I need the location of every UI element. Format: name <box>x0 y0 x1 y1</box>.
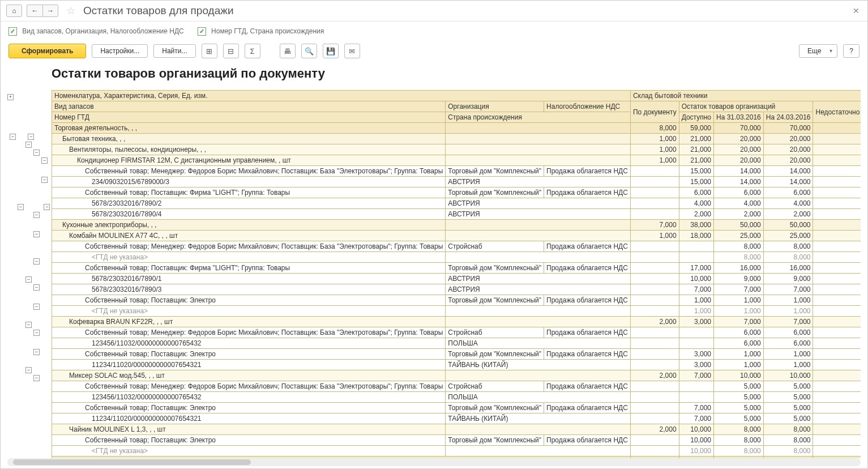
table-row[interactable]: 5678/23032016/7890/2АВСТРИЯ4,0004,0004,0… <box>52 198 861 209</box>
header-short: Недостаточно <box>813 101 861 123</box>
tree-toggle[interactable]: − <box>33 212 40 218</box>
header-tax: Налогообложение НДС <box>544 101 631 112</box>
help-button[interactable]: ? <box>843 44 860 58</box>
header-type: Вид запасов <box>52 101 446 112</box>
tree-toggle[interactable]: − <box>33 349 40 355</box>
page-title: Остатки товаров для продажи <box>83 5 234 17</box>
table-row[interactable]: <ГТД не указана>10,0008,0008,00013.04.20… <box>52 446 861 457</box>
filter-left-label: Вид запасов, Организация, Налогообложени… <box>22 27 183 35</box>
table-row[interactable]: 5678/23032016/7890/4АВСТРИЯ2,0002,0002,0… <box>52 209 861 220</box>
tree-toggle[interactable]: − <box>25 367 32 373</box>
report-table: Номенклатура, Характеристика, Серия, Ед.… <box>52 90 861 458</box>
tree-toggle[interactable]: − <box>33 258 40 265</box>
table-row[interactable]: Бытовая техника, , ,1,00021,00020,00020,… <box>52 134 861 144</box>
checkbox-filter-right[interactable]: ✓ <box>198 27 206 36</box>
forward-button[interactable]: → <box>42 5 58 17</box>
table-row[interactable]: 11234/11020/000000000007654321ТАЙВАНЬ (К… <box>52 413 861 424</box>
table-row[interactable]: Собственный товар; Поставщик: ЭлектроТор… <box>52 349 861 360</box>
table-row[interactable]: Чайник MOULINEX L 1,3, , , шт2,00010,000… <box>52 424 861 435</box>
table-row[interactable]: 234/09032015/6789000/3АВСТРИЯ15,00014,00… <box>52 177 861 187</box>
generate-button[interactable]: Сформировать <box>8 44 86 58</box>
tree-toggle[interactable]: − <box>33 375 40 381</box>
header-doc: По документу <box>630 101 679 123</box>
horizontal-scrollbar[interactable] <box>7 458 861 466</box>
title-bar: ⌂ ← → ☆ Остатки товаров для продажи ✕ <box>1 1 867 22</box>
home-button[interactable]: ⌂ <box>6 5 22 17</box>
expand-icon[interactable]: ⊞ <box>202 44 217 58</box>
table-row[interactable]: Кухонные электроприборы, , ,7,00038,0005… <box>52 220 861 231</box>
favorite-icon[interactable]: ☆ <box>63 5 79 17</box>
table-row[interactable]: Собственный товар; Менеджер: Федоров Бор… <box>52 327 861 338</box>
table-row[interactable]: Кондиционер FIRMSTAR 12M, С дистанционны… <box>52 155 861 166</box>
table-row[interactable]: Миксер SOLAC мод.545, , , шт2,0007,00010… <box>52 370 861 381</box>
table-row[interactable]: Собственный товар; Поставщик: Фирма "LIG… <box>52 263 861 274</box>
header-nomenclature: Номенклатура, Характеристика, Серия, Ед.… <box>52 91 631 101</box>
preview-icon[interactable]: 🔍 <box>301 44 317 58</box>
tree-toggle[interactable]: − <box>44 204 50 210</box>
table-row[interactable]: 5678/23032016/7890/3АВСТРИЯ7,0007,0007,0… <box>52 284 861 295</box>
table-row[interactable]: <ГТД не указана>1,0001,0001,00013.04.201… <box>52 306 861 317</box>
table-row[interactable]: Собственный товар; Менеджер: Федоров Бор… <box>52 241 861 252</box>
table-row[interactable]: 123456/11032/00000000000765432ПОЛЬША5,00… <box>52 392 861 403</box>
table-row[interactable]: 11234/11020/000000000007654321ТАЙВАНЬ (К… <box>52 360 861 370</box>
back-button[interactable]: ← <box>27 5 42 17</box>
email-icon[interactable]: ✉ <box>344 44 360 58</box>
checkbox-filter-left[interactable]: ✓ <box>8 27 17 36</box>
tree-gutter: + − − − − − − − − − − − − − <box>7 66 52 458</box>
header-date1: На 31.03.2016 <box>714 112 764 123</box>
toolbar: Сформировать Настройки... Найти... ⊞ ⊟ Σ… <box>1 41 867 63</box>
filter-bar: ✓ Вид запасов, Организация, Налогообложе… <box>1 22 867 41</box>
tree-toggle[interactable]: − <box>28 134 34 140</box>
table-row[interactable]: 5678/23032016/7890/1АВСТРИЯ10,0009,0009,… <box>52 274 861 284</box>
table-row[interactable]: <ГТД не указана>8,0008,00001.12.2015 <box>52 252 861 263</box>
header-date2: На 24.03.2016 <box>763 112 813 123</box>
table-row[interactable]: Собственный товар; Поставщик: ЭлектроТор… <box>52 435 861 446</box>
table-row[interactable]: Торговая деятельность, , ,8,00059,00070,… <box>52 123 861 134</box>
header-remainder: Остаток товаров организаций <box>679 101 813 112</box>
table-row[interactable]: Собственный товар; Менеджер: Федоров Бор… <box>52 381 861 392</box>
table-row[interactable]: Собственный товар; Поставщик: Фирма "LIG… <box>52 187 861 198</box>
report-area: + − − − − − − − − − − − − − <box>1 63 867 458</box>
header-org: Организация <box>446 101 544 112</box>
tree-toggle[interactable]: − <box>41 157 48 164</box>
header-country: Страна происхождения <box>446 112 631 123</box>
filter-left: ✓ Вид запасов, Организация, Налогообложе… <box>8 27 184 36</box>
tree-toggle[interactable]: − <box>33 304 40 310</box>
report-title: Остатки товаров организаций по документу <box>52 66 861 81</box>
tree-toggle[interactable]: − <box>33 150 40 156</box>
filter-right-label: Номер ГТД, Страна происхождения <box>211 27 324 35</box>
table-row[interactable]: 123456/11032/00000000000765432ПОЛЬША6,00… <box>52 338 861 349</box>
table-row[interactable]: Собственный товар; Поставщик: ЭлектроТор… <box>52 403 861 413</box>
close-icon[interactable]: ✕ <box>850 4 862 18</box>
tree-toggle[interactable]: − <box>25 142 32 148</box>
tree-toggle[interactable]: − <box>33 330 40 336</box>
table-row[interactable]: Вентиляторы, пылесосы, кондиционеры, , ,… <box>52 144 861 155</box>
tree-toggle[interactable]: − <box>25 276 32 283</box>
header-gtd: Номер ГТД <box>52 112 446 123</box>
tree-toggle[interactable]: − <box>33 231 40 237</box>
print-icon[interactable]: 🖶 <box>280 44 296 58</box>
table-row[interactable]: Собственный товар; Менеджер: Федоров Бор… <box>52 166 861 177</box>
header-avail: Доступно <box>679 112 713 123</box>
header-warehouse: Склад бытовой техники <box>630 91 861 101</box>
tree-toggle[interactable]: − <box>18 204 24 210</box>
settings-button[interactable]: Настройки... <box>92 44 148 58</box>
find-button[interactable]: Найти... <box>153 44 195 58</box>
tree-toggle[interactable]: − <box>41 177 48 183</box>
sum-icon[interactable]: Σ <box>245 44 260 58</box>
tree-toggle[interactable]: − <box>10 134 16 140</box>
table-row[interactable]: Комбайн MOULINEX A77 4C, , , шт1,00018,0… <box>52 231 861 241</box>
more-button[interactable]: Еще <box>799 44 837 58</box>
tree-expand-all[interactable]: + <box>7 94 14 100</box>
table-row[interactable]: Кофеварка BRAUN KF22R, , , шт2,0003,0007… <box>52 317 861 327</box>
save-icon[interactable]: 💾 <box>323 44 339 58</box>
tree-toggle[interactable]: − <box>25 322 32 328</box>
collapse-icon[interactable]: ⊟ <box>223 44 239 58</box>
table-row[interactable]: Собственный товар; Поставщик: ЭлектроТор… <box>52 295 861 306</box>
filter-right: ✓ Номер ГТД, Страна происхождения <box>198 27 324 36</box>
tree-toggle[interactable]: − <box>33 284 40 291</box>
